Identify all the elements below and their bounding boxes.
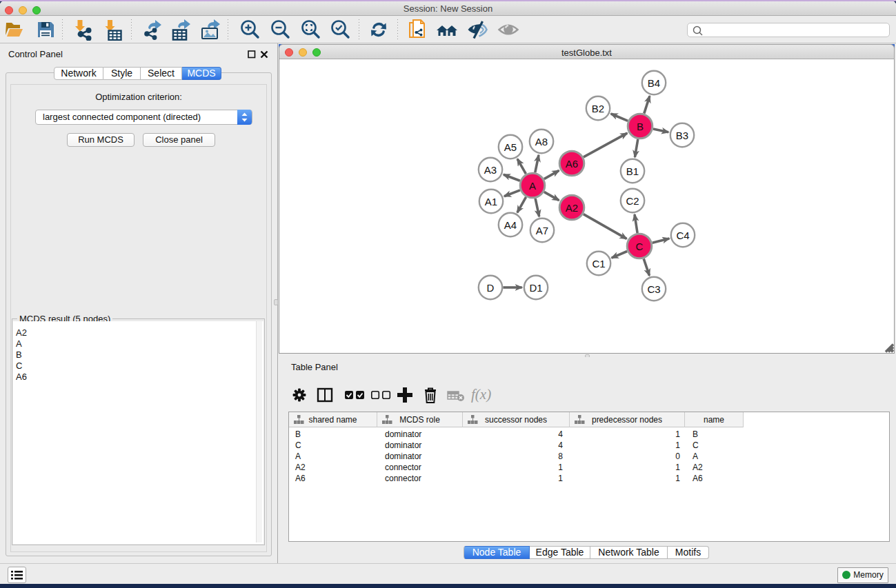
svg-text:A1: A1 (485, 196, 497, 207)
svg-text:B: B (637, 121, 644, 132)
svg-text:A6: A6 (566, 158, 578, 170)
svg-text:A3: A3 (484, 164, 497, 176)
svg-text:D1: D1 (529, 282, 542, 294)
svg-text:A4: A4 (504, 219, 517, 231)
svg-text:A2: A2 (566, 202, 578, 214)
svg-text:B2: B2 (592, 103, 604, 114)
svg-text:A8: A8 (535, 136, 548, 148)
svg-text:C: C (636, 241, 644, 252)
svg-text:C4: C4 (676, 230, 689, 241)
svg-text:C1: C1 (592, 258, 605, 270)
svg-text:A5: A5 (504, 141, 517, 153)
svg-text:C3: C3 (647, 283, 660, 295)
svg-text:B3: B3 (676, 130, 688, 141)
svg-text:B1: B1 (626, 165, 639, 177)
svg-text:D: D (487, 282, 495, 294)
svg-text:A: A (529, 180, 536, 192)
svg-text:B4: B4 (648, 77, 660, 89)
svg-text:C2: C2 (626, 195, 639, 207)
svg-text:A7: A7 (536, 225, 548, 236)
